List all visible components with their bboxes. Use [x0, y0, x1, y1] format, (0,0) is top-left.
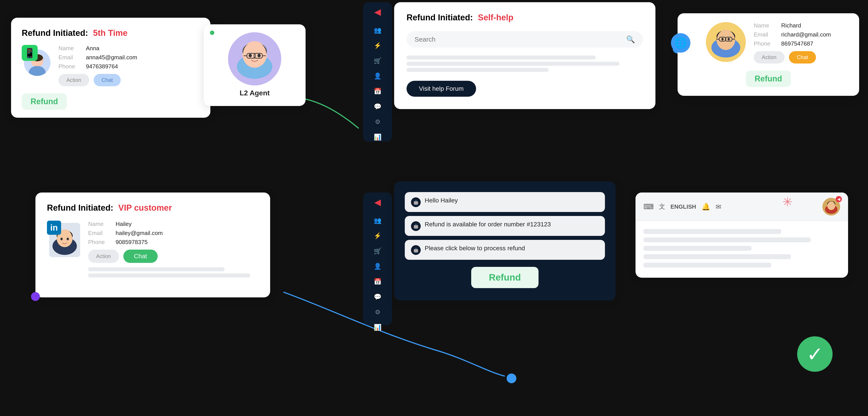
search-input[interactable]: [414, 36, 623, 43]
bottom-sidebar-icon-calendar[interactable]: 📅: [372, 278, 383, 285]
search-icon: 🔍: [626, 35, 635, 43]
customer-phone-row: Phone 9476389764: [58, 63, 200, 70]
globe-icon: 🌐: [671, 33, 690, 53]
skel-br-3: [644, 246, 751, 251]
top-right-card: 🌐 Name Richard: [678, 13, 859, 96]
hailey-action-button[interactable]: Action: [88, 250, 119, 263]
keyboard-icon: ⌨: [644, 202, 654, 211]
chat-bot-icon-3: 🤖: [411, 245, 421, 255]
top-left-refund-card: Refund Initiated: 5th Time 📱 Name: [11, 18, 210, 118]
svg-point-28: [727, 38, 730, 40]
svg-point-27: [721, 38, 724, 40]
refund-badge: Refund: [22, 93, 67, 110]
skeleton-line-2: [407, 62, 619, 66]
svg-point-35: [67, 238, 69, 240]
bottom-sidebar-icon-cart[interactable]: 🛒: [372, 247, 383, 255]
translate-icon: 文: [659, 202, 665, 211]
skel-hailey-2: [88, 274, 250, 278]
bottom-sidebar-icon-users[interactable]: 👥: [372, 217, 383, 224]
bottom-sidebar: ◀ 👥 ⚡ 🛒 👤 📅 💬 ⚙ 📊: [363, 193, 392, 325]
richard-chat-button[interactable]: Chat: [789, 51, 816, 64]
agent-avatar-small: ◀: [823, 198, 840, 216]
whatsapp-icon: 📱: [22, 45, 38, 61]
skel-br-1: [644, 229, 781, 234]
top-sidebar: ◀ 👥 ⚡ 🛒 👤 📅 💬 ⚙ 📊: [363, 2, 392, 141]
bottom-sidebar-icon-team[interactable]: 👤: [372, 263, 383, 270]
hailey-email-row: Email hailey@gmail.com: [88, 230, 259, 236]
sidebar-icon-users[interactable]: 👥: [372, 27, 383, 34]
sparkle-decoration: ✳: [782, 195, 793, 209]
sidebar-logo-top: ◀: [374, 7, 381, 17]
richard-name-row: Name Richard: [754, 22, 848, 29]
search-panel-title: Refund Initiated: Self-help: [407, 13, 643, 22]
sidebar-icon-settings[interactable]: ⚙: [372, 118, 383, 125]
bottom-right-chat-card: ⌨ 文 ENGLISH 🔔 ✉ ◀: [636, 193, 848, 278]
purple-dot: [31, 292, 40, 301]
linkedin-icon: in: [47, 221, 61, 235]
mail-icon: ✉: [716, 203, 721, 211]
svg-point-34: [60, 238, 63, 240]
status-dot: [210, 31, 214, 35]
sidebar-icon-filter[interactable]: ⚡: [372, 42, 383, 49]
green-checkmark: ✓: [797, 337, 833, 372]
sidebar-logo-bottom: ◀: [374, 198, 381, 207]
visit-help-forum-button[interactable]: Visit help Forum: [407, 81, 476, 97]
chat-msg-2: 🤖 Refund is available for order number #…: [405, 216, 605, 236]
skeleton-line-1: [407, 56, 596, 60]
chat-panel: 🤖 Hello Hailey 🤖 Refund is available for…: [394, 182, 616, 300]
svg-point-12: [249, 54, 252, 57]
sidebar-icon-team[interactable]: 👤: [372, 72, 383, 79]
skel-br-5: [644, 263, 771, 267]
svg-point-13: [257, 54, 260, 57]
chat-bot-icon-1: 🤖: [411, 197, 421, 207]
skeleton-line-3: [407, 68, 549, 72]
hailey-chat-button[interactable]: Chat: [123, 250, 158, 263]
sidebar-icon-cart[interactable]: 🛒: [372, 57, 383, 64]
sidebar-icon-reports[interactable]: 📊: [372, 133, 383, 141]
hailey-name-row: Name Hailey: [88, 221, 259, 227]
chat-button[interactable]: Chat: [94, 74, 121, 86]
skel-br-4: [644, 254, 791, 259]
hailey-phone-row: Phone 9085978375: [88, 239, 259, 246]
chat-refund-badge[interactable]: Refund: [471, 267, 539, 288]
bottom-sidebar-icon-filter[interactable]: ⚡: [372, 232, 383, 239]
bottom-left-title: Refund Initiated: VIP customer: [47, 203, 259, 213]
notification-badge: ◀: [836, 196, 842, 202]
agent-avatar: [228, 32, 281, 86]
bottom-sidebar-icon-reports[interactable]: 📊: [372, 324, 383, 331]
bottom-sidebar-icon-settings[interactable]: ⚙: [372, 309, 383, 316]
richard-action-button[interactable]: Action: [754, 51, 784, 64]
skel-hailey-1: [88, 267, 224, 271]
chat-msg-1: 🤖 Hello Hailey: [405, 192, 605, 212]
agent-card: L2 Agent: [204, 24, 306, 106]
svg-point-3: [29, 66, 45, 76]
chat-bot-icon-2: 🤖: [411, 221, 421, 231]
skel-br-2: [644, 237, 811, 242]
customer-email-row: Email anna45@gmail.com: [58, 54, 200, 61]
richard-phone-row: Phone 8697547687: [754, 40, 848, 47]
bottom-left-refund-card: Refund Initiated: VIP customer in: [35, 193, 270, 297]
sidebar-icon-calendar[interactable]: 📅: [372, 88, 383, 95]
svg-point-40: [828, 201, 835, 209]
chat-msg-3: 🤖 Please click below to process refund: [405, 240, 605, 260]
search-panel-card: Refund Initiated: Self-help 🔍 Visit help…: [394, 2, 655, 109]
richard-refund-badge: Refund: [746, 71, 791, 87]
svg-point-0: [507, 374, 516, 383]
richard-email-row: Email richard@gmail.com: [754, 31, 848, 38]
search-box[interactable]: 🔍: [407, 31, 643, 47]
action-button[interactable]: Action: [58, 74, 89, 86]
bell-icon: 🔔: [702, 202, 710, 211]
customer-name-row: Name Anna: [58, 45, 200, 52]
lang-label: ENGLISH: [671, 203, 696, 210]
top-left-title: Refund Initiated: 5th Time: [22, 28, 200, 38]
sidebar-icon-chat[interactable]: 💬: [372, 103, 383, 110]
bottom-sidebar-icon-chat[interactable]: 💬: [372, 293, 383, 300]
richard-avatar: [706, 22, 746, 62]
agent-label: L2 Agent: [212, 89, 298, 97]
